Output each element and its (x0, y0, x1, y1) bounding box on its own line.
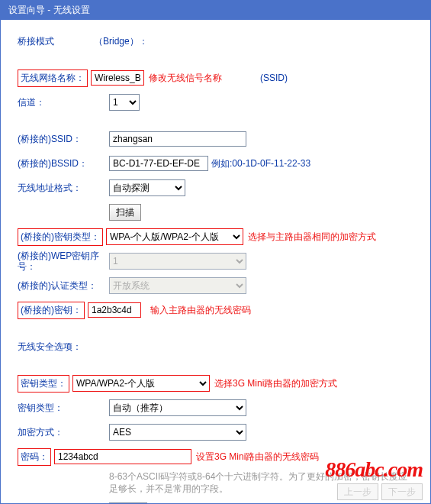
wifi-name-annot: 修改无线信号名称 (149, 72, 222, 85)
key-type-annot: 选择3G Mini路由器的加密方式 (214, 377, 337, 390)
key-type2-label: 密钥类型： (18, 402, 109, 415)
bridge-mode-value: （Bridge）： (94, 35, 148, 48)
security-heading: 无线安全选项： (18, 341, 109, 354)
auth-type-label: (桥接的)认证类型： (18, 279, 109, 292)
title-bar: 设置向导 - 无线设置 (1, 1, 430, 20)
password-annot: 设置3G Mini路由器的无线密码 (196, 451, 319, 464)
next-button[interactable]: 下一步 (381, 483, 423, 500)
bridged-key-label: (桥接的)密钥： (18, 302, 85, 319)
bridged-key-input[interactable] (88, 302, 141, 318)
wifi-name-input[interactable] (91, 70, 144, 86)
wifi-name-suffix: (SSID) (260, 73, 288, 83)
page-title: 设置向导 - 无线设置 (8, 5, 90, 15)
bridged-key-annot: 输入主路由器的无线密码 (150, 304, 251, 317)
bridged-bssid-example: 例如:00-1D-0F-11-22-33 (211, 157, 310, 170)
wifi-name-label: 无线网络名称： (18, 69, 88, 87)
watermark-logo: 886abc.com (325, 457, 423, 482)
bridged-ssid-input[interactable] (109, 131, 246, 147)
back-button[interactable]: 上一步 (337, 483, 378, 500)
mac-format-label: 无线地址格式： (18, 182, 109, 195)
password-label: 密码： (18, 448, 51, 466)
bridged-bssid-label: (桥接的)BSSID： (18, 157, 109, 170)
bridged-ssid-label: (桥接的)SSID： (18, 133, 109, 146)
encrypt-label: 加密方式： (18, 426, 109, 439)
wep-seq-label: (桥接的)WEP密钥序号： (18, 250, 109, 272)
bridged-key-type-annot: 选择与主路由器相同的加密方式 (248, 231, 376, 244)
channel-label: 信道： (18, 96, 109, 109)
channel-select[interactable]: 1 (109, 94, 140, 111)
bridged-key-type-select[interactable]: WPA-个人版/WPA2-个人版 (106, 228, 243, 245)
bridged-bssid-input[interactable] (109, 156, 208, 171)
bridged-key-type-label: (桥接的)密钥类型： (18, 228, 103, 246)
scan-button[interactable]: 扫描 (109, 204, 141, 221)
wep-seq-select: 1 (109, 253, 246, 270)
auth-type-select: 开放系统 (109, 277, 246, 294)
encrypt-select[interactable]: AES (109, 424, 246, 441)
key-type-label: 密钥类型： (18, 375, 69, 393)
mac-format-select[interactable]: 自动探测 (109, 179, 185, 196)
password-input[interactable] (54, 449, 191, 464)
key-type2-select[interactable]: 自动（推荐） (109, 399, 246, 416)
key-type-select[interactable]: WPA/WPA2-个人版 (72, 375, 210, 392)
